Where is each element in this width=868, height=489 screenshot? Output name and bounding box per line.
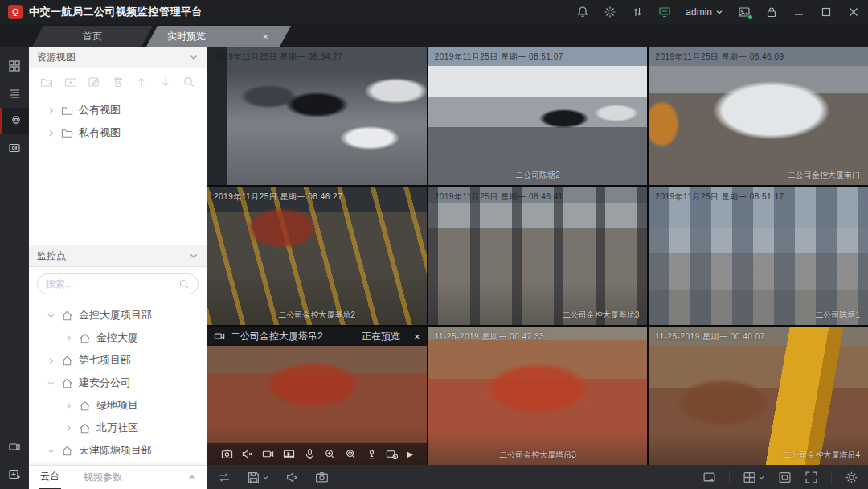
cell-header: 二公司金控大厦塔吊2 正在预览 × — [207, 327, 427, 346]
grid-layout-button[interactable] — [743, 471, 765, 484]
chevron-right-icon[interactable] — [47, 106, 55, 115]
rail-list-icon[interactable] — [0, 80, 29, 106]
video-cell-3[interactable]: 2019年11月25日 星期一 08:46:09 二公司金控大厦南门 — [649, 47, 868, 185]
tab-bar: 首页 实时预览 × — [0, 24, 868, 47]
notification-bell-icon[interactable] — [576, 6, 589, 18]
wall-monitor-icon[interactable] — [658, 6, 671, 18]
tree-item-site[interactable]: 第七项目部 — [29, 349, 207, 372]
settings-gear-icon[interactable] — [604, 6, 616, 18]
close-button[interactable] — [847, 6, 860, 18]
single-window-icon[interactable] — [778, 471, 792, 484]
username: admin — [686, 6, 712, 18]
video-cell-1[interactable]: 2019年11月25日 星期一 08:34:27 — [207, 47, 427, 185]
chevron-right-icon[interactable] — [64, 401, 73, 410]
tab-video-params[interactable]: 视频参数 — [82, 466, 124, 489]
tree-item-site[interactable]: 北万社区 — [29, 417, 207, 439]
close-all-windows-icon[interactable] — [702, 471, 716, 484]
chevron-right-icon[interactable] — [64, 334, 73, 343]
rail-video-wall-icon[interactable] — [0, 434, 29, 460]
panel-bottom-tabs: 云台 视频参数 — [29, 465, 207, 489]
tree-item-site[interactable]: 绿地项目 — [29, 394, 207, 417]
chevron-right-icon[interactable] — [47, 356, 55, 365]
zoom-3d-icon[interactable] — [345, 448, 357, 460]
chevron-down-icon — [189, 251, 199, 261]
chevron-right-icon[interactable] — [47, 129, 55, 138]
mute-speaker-icon[interactable] — [241, 448, 253, 460]
video-cell-4[interactable]: 2019年11月25日 星期一 08:46:27 二公司金控大厦基坑2 — [207, 187, 427, 325]
video-cell-6[interactable]: 2019年11月25日 星期一 08:51:17 二公司陈塘1 — [649, 187, 868, 325]
tab-close-icon[interactable]: × — [260, 31, 270, 43]
search-field-wrap — [37, 273, 199, 294]
add-group-icon[interactable] — [40, 76, 53, 88]
monitor-points-header[interactable]: 监控点 — [29, 245, 207, 267]
settings-gear-icon[interactable] — [845, 471, 858, 484]
save-view-button[interactable] — [247, 471, 269, 484]
resource-panel: 资源视图 公有视图 私有视图 监控点 — [29, 47, 207, 489]
edit-icon[interactable] — [88, 76, 100, 88]
site-home-icon — [61, 445, 73, 457]
collapse-chevron-icon[interactable] — [187, 473, 197, 483]
stream-switch-icon[interactable] — [217, 471, 231, 484]
chevron-down-icon[interactable] — [47, 446, 55, 455]
playback-film-icon[interactable] — [283, 448, 295, 460]
rail-playback-icon[interactable] — [0, 135, 29, 161]
search-input[interactable] — [46, 278, 178, 290]
tree-item-public-views[interactable]: 公有视图 — [29, 99, 207, 121]
sort-arrows-icon[interactable] — [631, 6, 644, 18]
camera-name-overlay: 二公司陈塘2 — [428, 170, 648, 181]
resource-tree: 公有视图 私有视图 — [29, 96, 207, 147]
left-icon-rail — [0, 47, 29, 489]
delete-trash-icon[interactable] — [112, 76, 125, 88]
mute-all-icon[interactable] — [285, 471, 299, 484]
microphone-icon[interactable] — [304, 448, 316, 460]
chevron-right-icon[interactable] — [64, 424, 73, 433]
tree-item-site[interactable]: 天津陈塘项目部 — [29, 439, 207, 462]
timed-capture-icon[interactable] — [386, 448, 398, 460]
site-home-icon — [79, 332, 91, 344]
more-tools-caret-icon[interactable]: ▶ — [407, 450, 413, 458]
fullscreen-icon[interactable] — [805, 471, 818, 484]
preset-position-icon[interactable] — [366, 448, 378, 460]
snapshot-icon[interactable] — [221, 448, 233, 460]
chevron-down-icon[interactable] — [47, 311, 55, 320]
rail-layout-add-icon[interactable] — [0, 462, 29, 487]
app-title: 中交一航局二公司视频监控管理平台 — [29, 5, 203, 19]
camera-name-overlay: 二公司金控大厦塔吊4 — [783, 450, 860, 461]
snapshot-status-icon[interactable] — [738, 6, 751, 18]
move-up-icon[interactable] — [135, 76, 148, 88]
search-icon[interactable] — [182, 76, 195, 88]
tree-item-site[interactable]: 金控大厦项目部 — [29, 304, 207, 327]
video-cell-5[interactable]: 2019年11月25日 星期一 08:46:41 二公司金控大厦基坑3 — [428, 187, 648, 325]
timestamp-overlay: 11-25-2019 星期一 00:47:33 — [435, 331, 544, 343]
record-icon[interactable] — [262, 448, 274, 460]
maximize-button[interactable] — [820, 6, 833, 18]
user-menu[interactable]: admin — [686, 6, 723, 18]
resource-view-header[interactable]: 资源视图 — [29, 47, 207, 68]
move-down-icon[interactable] — [159, 76, 172, 88]
cell-close-icon[interactable]: × — [414, 331, 420, 343]
tree-item-site[interactable]: 金控大厦 — [29, 327, 207, 349]
chevron-down-icon — [715, 8, 723, 16]
video-cell-7-selected[interactable]: 二公司金控大厦塔吊2 正在预览 × ▶ — [207, 327, 427, 465]
add-view-icon[interactable] — [64, 76, 77, 88]
video-grid: 2019年11月25日 星期一 08:34:27 2019年11月25日 星期一… — [207, 47, 868, 465]
video-cell-9[interactable]: 11-25-2019 星期一 00:40:07 二公司金控大厦塔吊4 — [649, 327, 868, 465]
snapshot-all-icon[interactable] — [315, 471, 329, 484]
chevron-down-icon[interactable] — [47, 379, 55, 388]
folder-icon — [61, 127, 73, 139]
tab-home[interactable]: 首页 — [32, 26, 153, 47]
tree-item-site[interactable]: 建安分公司 — [29, 372, 207, 394]
rail-apps-grid-icon[interactable] — [0, 53, 29, 79]
tab-ptz[interactable]: 云台 — [39, 465, 61, 489]
rail-camera-icon[interactable] — [0, 108, 29, 134]
tab-live-preview[interactable]: 实时预览 × — [146, 26, 291, 47]
search-icon[interactable] — [178, 278, 190, 290]
tree-item-private-views[interactable]: 私有视图 — [29, 121, 207, 144]
lock-icon[interactable] — [765, 6, 778, 18]
video-cell-8[interactable]: 11-25-2019 星期一 00:47:33 二公司金控大厦塔吊3 — [428, 327, 648, 465]
camera-icon — [214, 331, 225, 342]
video-cell-2[interactable]: 2019年11月25日 星期一 08:51:07 二公司陈塘2 — [428, 47, 648, 185]
camera-name-overlay: 二公司金控大厦基坑3 — [563, 310, 640, 321]
minimize-button[interactable] — [792, 6, 805, 18]
zoom-in-icon[interactable] — [324, 448, 336, 460]
